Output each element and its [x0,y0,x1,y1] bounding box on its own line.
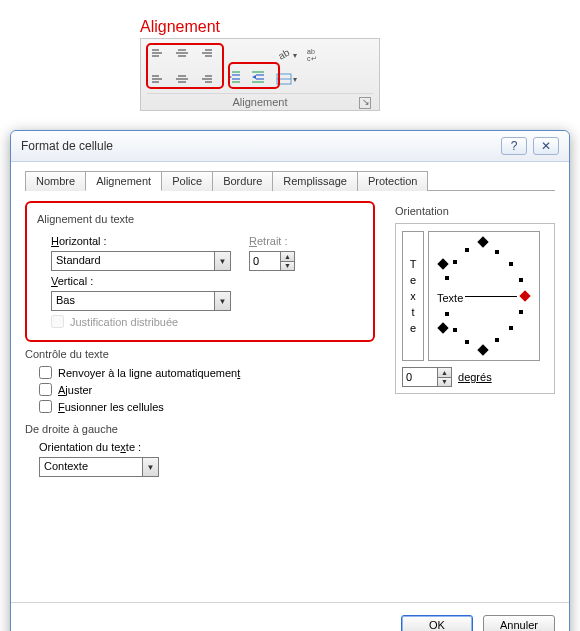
dial-dot-icon [465,248,469,252]
dial-diamond-icon [477,236,488,247]
dial-dot-icon [519,310,523,314]
horizontal-label: HHorizontal :orizontal : [51,235,231,247]
svg-text:ab: ab [307,48,315,55]
dial-diamond-icon [437,258,448,269]
tab-police[interactable]: Police [161,171,213,191]
degrees-spinner[interactable]: ▲▼ [402,367,452,387]
tab-protection[interactable]: Protection [357,171,429,191]
spin-up-icon[interactable]: ▲ [438,368,451,378]
vertical-label: Vertical : [51,275,231,287]
dial-diamond-icon [437,322,448,333]
dialog-title: Format de cellule [21,139,113,153]
wrap-text-button[interactable]: abc↵ [303,45,325,65]
orientation-text-value: Contexte [40,458,142,476]
dial-handle-icon[interactable] [519,290,530,301]
merge-cells-input[interactable] [39,400,52,413]
dialog-launcher-button[interactable]: ↘ [359,97,371,109]
svg-text:ab: ab [276,46,292,61]
help-button[interactable]: ? [501,137,527,155]
dial-needle [465,296,517,297]
orientation-text-combo[interactable]: Contexte [39,457,159,477]
dialog-footer: OK Annuler [11,602,569,631]
chevron-down-icon[interactable] [214,252,230,270]
dial-dot-icon [509,262,513,266]
ribbon-group-label: Alignement ↘ [147,93,373,108]
shrink-label: Ajuster [58,384,92,396]
spin-up-icon[interactable]: ▲ [281,252,294,262]
dial-dot-icon [453,260,457,264]
chevron-down-icon[interactable] [214,292,230,310]
text-alignment-title: Alignement du texte [37,213,363,225]
tab-remplissage[interactable]: Remplissage [272,171,358,191]
dial-dot-icon [465,340,469,344]
vertical-value: Bas [52,292,214,310]
merge-cells-label: Fusionner les cellules [58,401,164,413]
degrees-label: degrés [458,371,492,383]
horizontal-combo[interactable]: Standard [51,251,231,271]
svg-text:c↵: c↵ [307,55,317,62]
wrap-text-input[interactable] [39,366,52,379]
dial-dot-icon [519,278,523,282]
ribbon-annotation-area: Alignement Retrait ab▾ ▾ [0,0,580,130]
dial-dot-icon [453,328,457,332]
vertical-combo[interactable]: Bas [51,291,231,311]
dial-dot-icon [445,276,449,280]
tab-strip: Nombre Alignement Police Bordure Remplis… [25,170,555,191]
retrait-spinner[interactable]: ▲▼ [249,251,295,271]
shrink-input[interactable] [39,383,52,396]
tab-bordure[interactable]: Bordure [212,171,273,191]
chevron-down-icon[interactable] [142,458,158,476]
spin-down-icon[interactable]: ▼ [438,378,451,387]
justification-distribuee-input [51,315,64,328]
dial-diamond-icon [477,344,488,355]
text-control-title: Contrôle du texte [25,348,375,360]
format-cell-dialog: Format de cellule ? ✕ Nombre Alignement … [10,130,570,631]
annotation-alignement: Alignement [140,18,220,36]
vertical-text-button[interactable]: T e x t e [402,231,424,361]
retrait-label: Retrait : [249,235,295,247]
dial-dot-icon [495,338,499,342]
wrap-text-label: Renvoyer à la ligne automatiquement [58,367,240,379]
justification-distribuee-label: Justification distribuée [70,316,178,328]
dial-dot-icon [445,312,449,316]
tab-nombre[interactable]: Nombre [25,171,86,191]
orientation-frame: T e x t e [395,223,555,394]
annotation-box-retrait [228,62,280,89]
rtl-title: De droite à gauche [25,423,375,435]
orientation-button[interactable]: ab▾ [275,45,297,65]
annotation-box-alignement [146,43,224,89]
horizontal-value: Standard [52,252,214,270]
orientation-text-label: Orientation du texte : [39,441,375,453]
ribbon-group-label-text: Alignement [232,96,287,108]
text-alignment-section: Alignement du texte HHorizontal :orizont… [25,201,375,342]
cancel-button[interactable]: Annuler [483,615,555,631]
dial-dot-icon [509,326,513,330]
shrink-checkbox[interactable]: Ajuster [39,383,375,396]
orientation-title: Orientation [395,205,555,217]
dial-dot-icon [495,250,499,254]
wrap-text-checkbox[interactable]: Renvoyer à la ligne automatiquement [39,366,375,379]
ribbon-misc-col2: abc↵ [303,45,325,65]
tab-alignement[interactable]: Alignement [85,171,162,191]
dial-text-label: Texte [437,292,463,304]
spin-down-icon[interactable]: ▼ [281,262,294,271]
merge-cells-checkbox[interactable]: Fusionner les cellules [39,400,375,413]
close-button[interactable]: ✕ [533,137,559,155]
retrait-input[interactable] [250,252,280,270]
titlebar: Format de cellule ? ✕ [11,131,569,162]
degrees-input[interactable] [403,368,437,386]
orientation-dial[interactable]: Texte [428,231,540,361]
ok-button[interactable]: OK [401,615,473,631]
justification-distribuee-checkbox: Justification distribuée [51,315,363,328]
